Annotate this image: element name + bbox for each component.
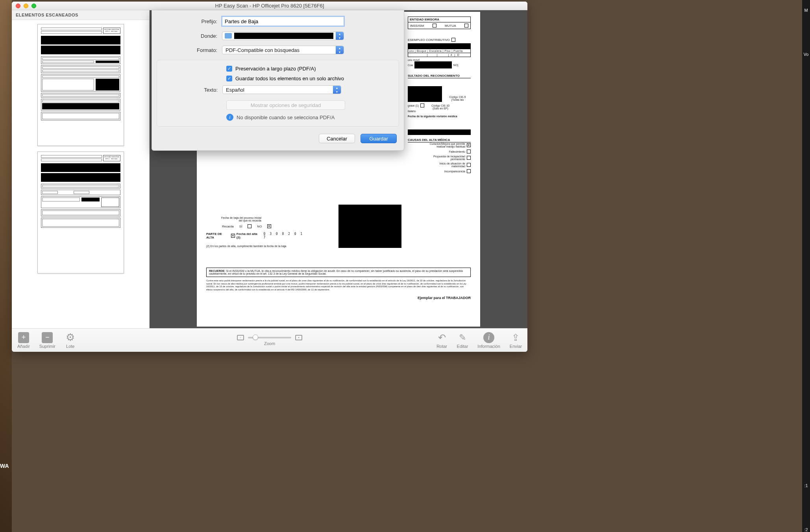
format-label: Formato: bbox=[159, 47, 222, 53]
doc-checkbox-incomparecencia bbox=[467, 169, 471, 173]
doc-label-inss: INSS/ISM bbox=[410, 24, 424, 28]
zoom-control: ▫ ▪ Zoom bbox=[237, 335, 302, 346]
save-button[interactable]: Guardar bbox=[361, 134, 397, 143]
info-icon: i bbox=[226, 114, 233, 121]
doc-cie9: Código CIE-9 (Todas las bbox=[444, 95, 471, 102]
doc-grave: grave (1) bbox=[408, 104, 419, 107]
dialog-options-panel: ✓ Preservación a largo plazo (PDF/A) ✓ G… bbox=[157, 60, 399, 127]
rotate-button[interactable]: ↶ Rotar bbox=[436, 332, 448, 349]
cancel-label: Cancelar bbox=[327, 136, 347, 142]
thumbnail-page-1[interactable]: ENTIDAD EMISORASPS □ MUTUA □ bbox=[37, 24, 124, 146]
onefile-label: Guardar todos los elementos en un solo a… bbox=[235, 76, 344, 81]
edge-vo: Vo bbox=[804, 52, 809, 57]
delete-label: Suprimir bbox=[39, 344, 55, 349]
doc-checkbox-si bbox=[248, 224, 252, 228]
add-label: Añadir bbox=[17, 344, 30, 349]
doc-checkbox-desempleo bbox=[451, 38, 455, 42]
minus-icon: − bbox=[42, 332, 53, 343]
doc-checkbox-incapacidad bbox=[467, 156, 471, 160]
doc-checkbox-mutua bbox=[464, 24, 468, 28]
doc-section-reconocimiento: SULTADO DEL RECONOCIMIENTO bbox=[408, 74, 471, 78]
pencil-icon: ✎ bbox=[457, 332, 468, 343]
share-icon: ⇪ bbox=[510, 332, 521, 343]
doc-no-suffix: NO) bbox=[453, 64, 459, 66]
desktop-edge-right: M Vo :1 :2 bbox=[802, 0, 810, 532]
doc-checkbox-inss bbox=[433, 24, 436, 28]
scanned-items-sidebar: ELEMENTOS ESCANEADOS ENTIDAD EMISORASPS … bbox=[12, 10, 150, 328]
doc-fecha-alta-value: 0 3 0 8 2 0 1 7 bbox=[263, 232, 309, 239]
text-language-select[interactable]: Español ▲▼ bbox=[222, 85, 341, 94]
batch-button[interactable]: ⚙ Lote bbox=[65, 332, 76, 349]
desktop-edge-label: WA bbox=[0, 463, 9, 469]
doc-label-movil: ono móvil bbox=[408, 59, 471, 61]
zoom-slider[interactable] bbox=[248, 337, 291, 338]
add-button[interactable]: + Añadir bbox=[17, 332, 30, 349]
rotate-icon: ↶ bbox=[436, 332, 448, 343]
zoom-in-icon[interactable]: ▪ bbox=[295, 335, 302, 340]
plus-icon: + bbox=[18, 332, 29, 343]
zoom-slider-knob[interactable] bbox=[253, 334, 258, 340]
batch-label: Lote bbox=[66, 344, 74, 349]
cancel-button[interactable]: Cancelar bbox=[319, 134, 355, 143]
desktop-background-left bbox=[0, 0, 12, 532]
security-options-button: Mostrar opciones de seguridad bbox=[226, 100, 345, 110]
send-button[interactable]: ⇪ Enviar bbox=[510, 332, 522, 349]
zoom-out-icon[interactable]: ▫ bbox=[237, 335, 244, 340]
edit-label: Editar bbox=[457, 344, 468, 349]
doc-recuerde-box: RECUERDE: Si el INSS/ISM o la MUTUA, le … bbox=[206, 268, 471, 277]
rotate-label: Rotar bbox=[436, 344, 447, 349]
titlebar: HP Easy Scan - HP Officejet Pro 8620 [5E… bbox=[12, 2, 527, 10]
where-value-redacted bbox=[234, 33, 333, 39]
where-select[interactable]: ▲▼ bbox=[222, 31, 344, 40]
doc-revision: Fecha de la siguiente revisión médica bbox=[408, 115, 471, 118]
doc-entidad-emisora: ENTIDAD EMISORA bbox=[408, 17, 471, 22]
save-label: Guardar bbox=[369, 136, 388, 142]
send-label: Enviar bbox=[510, 344, 522, 349]
doc-section-causas: CAUSAS DEL ALTA MÉDICA bbox=[408, 138, 471, 142]
format-stepper-icon: ▲▼ bbox=[336, 46, 344, 54]
doc-addr-cols: oro | Bloque | Escalera | Piso | Puerta bbox=[408, 49, 471, 53]
doc-fine-text: Contra este acto podrá interponer reclam… bbox=[206, 279, 471, 291]
zoom-label: Zoom bbox=[264, 341, 275, 346]
prefix-label: Prefijo: bbox=[159, 18, 222, 24]
format-select[interactable]: PDF-Compatible con búsquedas ▲▼ bbox=[222, 46, 344, 54]
edit-button[interactable]: ✎ Editar bbox=[457, 332, 468, 349]
edge-t1: :1 bbox=[804, 483, 808, 488]
doc-label-mutua: MUTUA bbox=[445, 24, 456, 28]
text-label: Texto: bbox=[159, 87, 222, 93]
text-stepper-icon: ▲▼ bbox=[333, 86, 341, 94]
edge-m: M bbox=[804, 8, 808, 13]
sidebar-header: ELEMENTOS ESCANEADOS bbox=[12, 10, 149, 20]
doc-label-coa: Coa bbox=[408, 64, 413, 66]
doc-cie10: Código CIE-10 bbox=[431, 104, 449, 107]
folder-icon bbox=[225, 33, 232, 39]
info-button[interactable]: i Información bbox=[477, 332, 500, 349]
where-stepper-icon: ▲▼ bbox=[336, 32, 344, 40]
bottom-toolbar: + Añadir − Suprimir ⚙ Lote ▫ ▪ Zoom ↶ bbox=[12, 328, 527, 352]
where-label: Donde: bbox=[159, 33, 222, 39]
app-window: HP Easy Scan - HP Officejet Pro 8620 [5E… bbox=[12, 2, 527, 352]
edge-t2: :2 bbox=[804, 527, 808, 532]
thumbnail-page-2[interactable]: ENTIDAD EMISORASPS □ MUTUA □ bbox=[37, 151, 124, 273]
doc-note-2: (2) En los partes de alta, cumplimente t… bbox=[206, 245, 309, 248]
doc-checkbox-curacion: ✕ bbox=[467, 143, 471, 147]
doc-italario: italario bbox=[408, 110, 424, 113]
doc-fecha-alta-label: Fecha del alta (2) bbox=[237, 232, 261, 239]
doc-checkbox-fallecimiento bbox=[467, 150, 471, 153]
save-dialog: Prefijo: Donde: ▲▼ Formato: PDF-Compatib… bbox=[152, 10, 404, 151]
thumbnail-list[interactable]: ENTIDAD EMISORASPS □ MUTUA □ bbox=[12, 20, 149, 328]
doc-label-recaida: Recaída bbox=[222, 225, 234, 228]
info-label: Información bbox=[477, 344, 500, 349]
delete-button[interactable]: − Suprimir bbox=[39, 332, 55, 349]
pdfa-checkbox[interactable]: ✓ bbox=[226, 66, 232, 72]
doc-parte-alta: PARTE DE ALTA bbox=[206, 232, 229, 239]
pdfa-label: Preservación a largo plazo (PDF/A) bbox=[235, 66, 316, 72]
prefix-input[interactable] bbox=[222, 17, 344, 26]
gear-icon: ⚙ bbox=[65, 332, 76, 343]
window-title: HP Easy Scan - HP Officejet Pro 8620 [5E… bbox=[12, 3, 527, 9]
doc-label-desempleo: ESEMPLEO CONTRIBUTIVO bbox=[408, 38, 450, 42]
pdfa-info-text: No disponible cuando se selecciona PDF/A bbox=[237, 115, 335, 120]
format-value: PDF-Compatible con búsquedas bbox=[226, 47, 300, 53]
doc-ejemplar: Ejemplar para el TRABAJADOR bbox=[206, 296, 471, 300]
onefile-checkbox[interactable]: ✓ bbox=[226, 76, 232, 81]
